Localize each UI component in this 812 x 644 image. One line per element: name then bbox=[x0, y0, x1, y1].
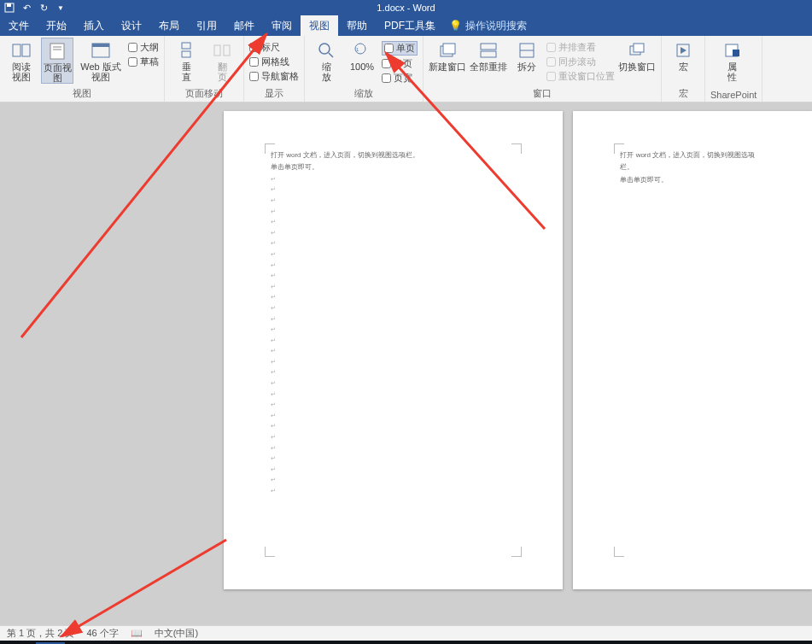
tab-mailings[interactable]: 邮件 bbox=[225, 15, 263, 36]
svg-rect-3 bbox=[22, 44, 30, 56]
tab-insert[interactable]: 插入 bbox=[75, 15, 113, 36]
group-sharepoint-label: SharePoint bbox=[710, 90, 757, 102]
zoom-icon bbox=[315, 41, 337, 60]
tab-view[interactable]: 视图 bbox=[301, 15, 338, 36]
svg-marker-26 bbox=[681, 47, 686, 54]
tab-home[interactable]: 开始 bbox=[38, 15, 75, 36]
svg-rect-18 bbox=[443, 44, 455, 54]
svg-text:1: 1 bbox=[356, 47, 359, 52]
print-layout-button[interactable]: 页面视图 bbox=[41, 38, 73, 84]
group-macros: 宏 宏 bbox=[662, 36, 705, 102]
doc-line-1b[interactable]: 打开 word 文档，进入页面，切换到视图选项栏。 bbox=[620, 149, 765, 174]
arrange-all-button[interactable]: 全部重排 bbox=[470, 38, 507, 72]
read-mode-icon bbox=[10, 41, 32, 60]
macros-button[interactable]: 宏 bbox=[667, 38, 699, 72]
sync-scroll-button: 同步滚动 bbox=[546, 56, 615, 68]
tab-pdf-tools[interactable]: PDF工具集 bbox=[376, 15, 444, 36]
group-window-label: 窗口 bbox=[429, 87, 656, 102]
document-area[interactable]: 打开 word 文档，进入页面，切换到视图选项栏。 单击单页即可。 ↵↵↵↵↵↵… bbox=[0, 102, 812, 625]
undo-icon[interactable]: ↶ bbox=[20, 2, 32, 14]
tell-me-search[interactable]: 💡 操作说明搜索 bbox=[449, 19, 527, 33]
new-window-icon bbox=[436, 41, 459, 60]
outline-button[interactable]: 大纲 bbox=[128, 41, 159, 54]
tab-help[interactable]: 帮助 bbox=[338, 15, 376, 36]
zoom-100-icon: 1 bbox=[351, 41, 373, 60]
group-page-movement: 垂 直 翻 页 页面移动 bbox=[165, 36, 244, 102]
svg-rect-24 bbox=[634, 44, 644, 52]
group-views-label: 视图 bbox=[5, 87, 159, 102]
gridlines-checkbox[interactable]: 网格线 bbox=[249, 56, 299, 68]
tab-references[interactable]: 引用 bbox=[188, 15, 225, 36]
page-width-button[interactable]: 页宽 bbox=[382, 72, 418, 85]
status-bar: 第 1 页，共 2 页 46 个字 📖 中文(中国) bbox=[0, 625, 812, 641]
tab-file[interactable]: 文件 bbox=[0, 15, 38, 36]
group-zoom-label: 缩放 bbox=[310, 87, 418, 102]
tab-layout[interactable]: 布局 bbox=[150, 15, 188, 36]
side-to-side-button[interactable]: 翻 页 bbox=[206, 38, 238, 82]
draft-button[interactable]: 草稿 bbox=[128, 56, 159, 68]
redo-icon[interactable]: ↻ bbox=[38, 2, 50, 14]
macros-icon bbox=[672, 41, 694, 60]
status-proofing-icon[interactable]: 📖 bbox=[131, 628, 143, 639]
svg-point-13 bbox=[319, 44, 330, 54]
switch-windows-button[interactable]: 切换窗口 bbox=[618, 38, 656, 72]
paragraph-marks: ↵↵↵↵↵↵↵↵↵↵↵↵↵↵↵↵↵↵↵↵↵↵↵↵↵↵↵↵↵↵ bbox=[271, 174, 516, 497]
one-page-button[interactable]: 单页 bbox=[382, 41, 418, 56]
group-macros-label: 宏 bbox=[667, 87, 699, 102]
doc-line-1[interactable]: 打开 word 文档，进入页面，切换到视图选项栏。 bbox=[271, 149, 516, 161]
svg-rect-12 bbox=[224, 45, 230, 56]
status-word-count[interactable]: 46 个字 bbox=[86, 627, 118, 640]
group-views: 阅读 视图 页面视图 Web 版式视图 大纲 草稿 视图 bbox=[0, 36, 165, 102]
svg-rect-11 bbox=[214, 45, 220, 56]
page-1[interactable]: 打开 word 文档，进入页面，切换到视图选项栏。 单击单页即可。 ↵↵↵↵↵↵… bbox=[224, 111, 563, 589]
properties-button[interactable]: 属 性 bbox=[710, 38, 753, 82]
svg-rect-20 bbox=[481, 51, 496, 57]
vertical-button[interactable]: 垂 直 bbox=[170, 38, 202, 82]
web-layout-icon bbox=[90, 41, 112, 60]
qat-dropdown-icon[interactable]: ▼ bbox=[55, 2, 67, 14]
group-show: 标尺 网格线 导航窗格 显示 bbox=[244, 36, 305, 102]
read-mode-button[interactable]: 阅读 视图 bbox=[5, 38, 38, 82]
flip-icon bbox=[211, 41, 233, 60]
save-icon[interactable] bbox=[3, 2, 15, 14]
doc-line-2b[interactable]: 单击单页即可。 bbox=[620, 174, 765, 186]
status-page-info[interactable]: 第 1 页，共 2 页 bbox=[7, 627, 74, 640]
window-title: 1.docx - Word bbox=[377, 3, 435, 13]
svg-rect-4 bbox=[50, 44, 64, 59]
zoom-button[interactable]: 缩 放 bbox=[310, 38, 342, 82]
taskbar: W bbox=[0, 641, 812, 644]
split-icon bbox=[516, 41, 538, 60]
group-page-movement-label: 页面移动 bbox=[170, 87, 238, 102]
print-layout-icon bbox=[46, 42, 68, 61]
svg-line-14 bbox=[329, 53, 333, 57]
ribbon-tab-strip: 文件 开始 插入 设计 布局 引用 邮件 审阅 视图 帮助 PDF工具集 💡 操… bbox=[0, 15, 812, 36]
group-zoom: 缩 放 1 100% 单页 多页 页宽 缩放 bbox=[305, 36, 424, 102]
switch-windows-icon bbox=[626, 41, 648, 60]
split-button[interactable]: 拆分 bbox=[511, 38, 543, 72]
group-window: 新建窗口 全部重排 拆分 并排查看 同步滚动 重设窗口位置 切换窗口 窗口 bbox=[424, 36, 662, 102]
web-layout-button[interactable]: Web 版式视图 bbox=[77, 38, 125, 82]
multiple-pages-button[interactable]: 多页 bbox=[382, 57, 418, 70]
group-show-label: 显示 bbox=[249, 87, 299, 102]
doc-line-2[interactable]: 单击单页即可。 bbox=[271, 161, 516, 173]
arrange-all-icon bbox=[477, 41, 499, 60]
title-bar: ↶ ↻ ▼ 1.docx - Word bbox=[0, 0, 812, 15]
new-window-button[interactable]: 新建窗口 bbox=[429, 38, 466, 72]
svg-rect-19 bbox=[481, 44, 496, 50]
status-language[interactable]: 中文(中国) bbox=[155, 627, 198, 640]
page-2[interactable]: 打开 word 文档，进入页面，切换到视图选项栏。 单击单页即可。 bbox=[573, 111, 812, 589]
zoom-100-button[interactable]: 1 100% bbox=[346, 38, 378, 72]
svg-rect-10 bbox=[182, 51, 190, 57]
group-sharepoint: 属 性 SharePoint bbox=[705, 36, 762, 102]
sharepoint-icon bbox=[721, 41, 743, 60]
svg-rect-1 bbox=[7, 3, 11, 7]
ruler-checkbox[interactable]: 标尺 bbox=[249, 41, 299, 54]
tab-review[interactable]: 审阅 bbox=[263, 15, 301, 36]
svg-rect-2 bbox=[13, 44, 20, 56]
vertical-icon bbox=[175, 41, 197, 60]
svg-rect-8 bbox=[92, 44, 109, 47]
svg-rect-28 bbox=[733, 50, 739, 56]
navigation-pane-checkbox[interactable]: 导航窗格 bbox=[249, 70, 299, 83]
ribbon: 阅读 视图 页面视图 Web 版式视图 大纲 草稿 视图 垂 直 bbox=[0, 36, 812, 102]
tab-design[interactable]: 设计 bbox=[113, 15, 150, 36]
